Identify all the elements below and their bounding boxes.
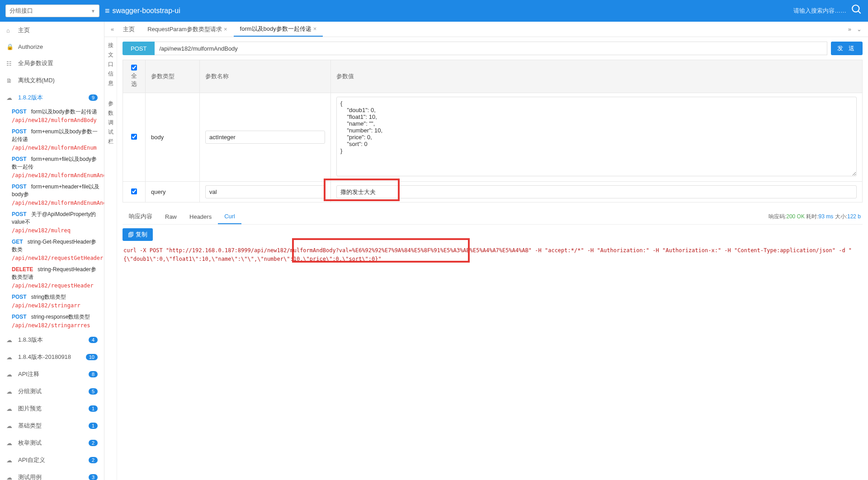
table-row: body — [123, 93, 863, 182]
cloud-icon: ☁ — [6, 474, 14, 480]
sidebar-item-version-3[interactable]: ☁API注释8 — [0, 366, 104, 383]
tabs-scroll-right-icon[interactable]: » — [845, 26, 854, 33]
param-value-input[interactable] — [336, 185, 857, 198]
search-icon[interactable] — [851, 4, 863, 19]
sidebar-item-offline-doc[interactable]: 🗎 离线文档(MD) — [0, 72, 104, 89]
api-path-input[interactable]: /api/new182/mulformAndBody — [155, 42, 827, 55]
cloud-icon: ☁ — [6, 371, 14, 378]
param-value-textarea[interactable] — [336, 97, 857, 176]
col-header-name: 参数名称 — [200, 60, 331, 93]
svg-line-1 — [858, 11, 860, 13]
send-button[interactable]: 发 送 — [831, 42, 863, 55]
sidebar-item-global-params[interactable]: ☷ 全局参数设置 — [0, 55, 104, 72]
cloud-icon: ☁ — [6, 337, 14, 344]
response-status: 响应码:200 OK 耗时:93 ms 大小:122 b — [769, 213, 863, 221]
result-tabs: 响应内容 Raw Headers Curl 响应码:200 OK 耗时:93 m… — [123, 209, 863, 225]
search-placeholder: 请输入搜索内容…… — [793, 7, 846, 15]
cloud-icon: ☁ — [6, 457, 14, 464]
document-icon: 🗎 — [6, 77, 14, 84]
param-name-input[interactable] — [205, 185, 325, 198]
sidebar-item-home[interactable]: ⌂ 主页 — [0, 22, 104, 39]
vertical-tabs: 接 文 口 信 息 参 数 调 试 栏 — [104, 37, 117, 480]
tabs-menu-icon[interactable]: ⌄ — [854, 26, 864, 33]
cloud-icon: ☁ — [6, 388, 14, 395]
http-method-badge: POST — [123, 42, 155, 55]
copy-button[interactable]: 🗐 复制 — [123, 228, 153, 241]
tab-requestparam[interactable]: RequestParam参数类型请求× — [141, 22, 233, 37]
table-row: query — [123, 182, 863, 202]
menu-icon[interactable]: ≡ — [105, 6, 110, 16]
vtab-debug[interactable]: 参 — [108, 100, 113, 108]
tabs-scroll-left-icon[interactable]: « — [108, 26, 117, 33]
header-search[interactable]: 请输入搜索内容…… — [793, 4, 863, 19]
sidebar-item-version-4[interactable]: ☁分组测试5 — [0, 383, 104, 400]
col-header-value: 参数值 — [331, 60, 863, 93]
vtab-info[interactable]: 接 — [108, 42, 113, 49]
main-content: « 主页 RequestParam参数类型请求× form以及body参数一起传… — [104, 22, 868, 480]
api-item[interactable]: POST关于@ApiModelProperty的value不/api/new18… — [0, 209, 104, 236]
row-checkbox[interactable] — [131, 188, 137, 194]
group-select[interactable]: 分组接口 ▼ — [5, 5, 99, 17]
api-item[interactable]: POSTform+enum+header+file以及body参/api/new… — [0, 181, 104, 209]
home-icon: ⌂ — [6, 27, 14, 34]
param-type: body — [146, 93, 200, 182]
tab-formbody[interactable]: form以及body参数一起传递× — [234, 22, 323, 37]
app-header: 分组接口 ▼ ≡ swagger-bootstrap-ui 请输入搜索内容…… — [0, 0, 868, 22]
result-tab-headers[interactable]: Headers — [183, 210, 218, 224]
cloud-icon: ☁ — [6, 440, 14, 447]
params-table: 全选 参数类型 参数名称 参数值 body — [123, 60, 863, 202]
param-type: query — [146, 182, 200, 202]
sidebar-item-version-8[interactable]: ☁API自定义2 — [0, 452, 104, 469]
result-tab-curl[interactable]: Curl — [218, 209, 241, 224]
close-icon[interactable]: × — [224, 26, 227, 33]
api-item[interactable]: DELETEstring-RequestHeader参数类型请/api/new1… — [0, 264, 104, 292]
svg-point-0 — [852, 5, 859, 12]
sidebar-item-version-6[interactable]: ☁基础类型1 — [0, 417, 104, 434]
settings-icon: ☷ — [6, 60, 14, 67]
api-item[interactable]: POSTform+enum+file以及body参数一起传/api/new182… — [0, 154, 104, 181]
api-item[interactable]: POSTform以及body参数一起传递/api/new182/mulformA… — [0, 106, 104, 126]
close-icon[interactable]: × — [313, 25, 317, 32]
sidebar-item-version-0[interactable]: ☁ 1.8.2版本 9 — [0, 89, 104, 106]
sidebar-item-version-5[interactable]: ☁图片预览1 — [0, 400, 104, 417]
cloud-icon: ☁ — [6, 423, 14, 429]
api-list: POSTform以及body参数一起传递/api/new182/mulformA… — [0, 106, 104, 331]
sidebar-item-version-9[interactable]: ☁测试用例3 — [0, 469, 104, 480]
group-select-value: 分组接口 — [9, 7, 33, 15]
count-badge: 9 — [89, 94, 98, 101]
app-title: ≡ swagger-bootstrap-ui — [105, 6, 180, 16]
row-checkbox[interactable] — [131, 134, 137, 140]
col-header-type: 参数类型 — [146, 60, 200, 93]
api-item[interactable]: POSTstring-response数组类型/api/new182/strin… — [0, 311, 104, 331]
chevron-down-icon: ▼ — [91, 9, 95, 14]
tab-home[interactable]: 主页 — [117, 22, 141, 37]
result-tab-content[interactable]: 响应内容 — [123, 209, 159, 224]
copy-icon: 🗐 — [128, 231, 134, 238]
result-tab-raw[interactable]: Raw — [159, 210, 183, 224]
tab-bar: « 主页 RequestParam参数类型请求× form以及body参数一起传… — [104, 22, 868, 37]
sidebar-item-version-7[interactable]: ☁枚举测试2 — [0, 434, 104, 452]
lock-icon: 🔒 — [6, 43, 14, 50]
sidebar-item-version-2[interactable]: ☁1.8.4版本-2018091810 — [0, 348, 104, 366]
param-name-input[interactable] — [205, 131, 325, 144]
api-item[interactable]: GETstring-Get-RequestHeader参数类/api/new18… — [0, 236, 104, 264]
api-item[interactable]: POSTstring数组类型/api/new182/stringarr — [0, 292, 104, 311]
api-item[interactable]: POSTform+enum以及body参数一起传递/api/new182/mul… — [0, 126, 104, 154]
sidebar-item-version-1[interactable]: ☁1.8.3版本4 — [0, 331, 104, 348]
cloud-icon: ☁ — [6, 94, 14, 101]
select-all-checkbox[interactable] — [131, 65, 137, 71]
api-bar: POST /api/new182/mulformAndBody 发 送 — [123, 42, 863, 55]
cloud-icon: ☁ — [6, 354, 14, 361]
sidebar-item-authorize[interactable]: 🔒 Authorize — [0, 39, 104, 55]
curl-output: curl -X POST "http://192.168.0.187:8999/… — [123, 245, 863, 265]
sidebar: ⌂ 主页 🔒 Authorize ☷ 全局参数设置 🗎 离线文档(MD) ☁ 1… — [0, 22, 104, 480]
cloud-icon: ☁ — [6, 405, 14, 412]
